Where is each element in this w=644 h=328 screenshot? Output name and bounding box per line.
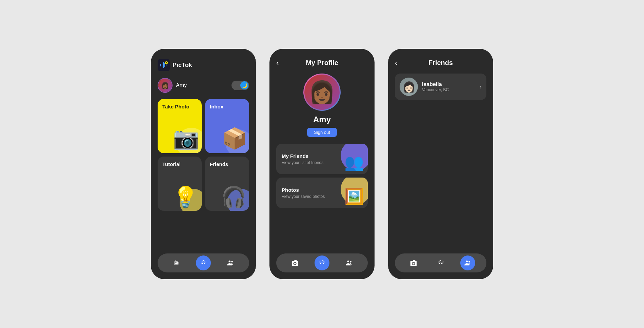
screen-title-3: Friends xyxy=(428,59,453,67)
svg-point-36 xyxy=(468,261,470,263)
svg-rect-4 xyxy=(164,63,165,67)
friends-list: 👩🏻 Isabella Vancouver, BC › xyxy=(395,74,486,103)
camera-nav-icon-1 xyxy=(173,259,180,267)
phone1-header: PicTok xyxy=(158,59,249,71)
photos-title: Photos xyxy=(282,187,325,193)
svg-rect-34 xyxy=(439,263,443,263)
nav-camera-btn-3[interactable] xyxy=(406,255,421,270)
home-nav-icon-2 xyxy=(318,259,326,267)
user-name: Amy xyxy=(176,82,228,88)
dark-mode-toggle[interactable] xyxy=(232,81,249,90)
headphones-icon: 🎧 xyxy=(221,185,246,209)
people-nav-icon-2 xyxy=(345,259,353,267)
nav-people-btn-3[interactable] xyxy=(460,255,475,270)
friends-icon-area: 🎧 xyxy=(215,173,249,211)
nav-home-btn-2[interactable] xyxy=(315,255,329,270)
camera-nav-icon-2 xyxy=(291,259,299,267)
profile-name: Amy xyxy=(313,115,331,124)
friend-avatar-emoji: 👩🏻 xyxy=(403,81,415,93)
svg-point-25 xyxy=(347,261,349,263)
profile-avatar-emoji: 👩🏾 xyxy=(308,80,336,105)
bottom-nav-2 xyxy=(276,253,368,272)
my-friends-subtitle: View your list of friends xyxy=(282,160,323,165)
svg-rect-14 xyxy=(201,263,206,263)
photos-card[interactable]: Photos View your saved photos 🖼️ xyxy=(276,178,368,208)
svg-rect-20 xyxy=(323,261,324,262)
user-row: 👩🏾 Amy xyxy=(158,78,249,93)
camera-nav-icon-3 xyxy=(410,259,417,267)
svg-rect-7 xyxy=(201,262,202,262)
avatar: 👩🏾 xyxy=(158,78,173,93)
svg-rect-29 xyxy=(440,260,441,261)
svg-rect-5 xyxy=(166,64,166,66)
phone3: ‹ Friends 👩🏻 Isabella Vancouver, BC › xyxy=(388,49,493,279)
inbox-card[interactable]: Inbox 📦 xyxy=(205,99,249,153)
svg-rect-2 xyxy=(162,63,162,67)
phone2-header: ‹ My Profile xyxy=(276,59,368,67)
nav-home-btn-1[interactable] xyxy=(196,255,211,270)
people-nav-icon-1 xyxy=(227,259,234,267)
phone1: PicTok 👩🏾 Amy Take Photo 📷 Inbox xyxy=(151,49,256,279)
my-friends-title: My Friends xyxy=(282,153,323,159)
svg-rect-11 xyxy=(205,262,206,262)
logo-area: PicTok xyxy=(158,59,192,71)
friend-item[interactable]: 👩🏻 Isabella Vancouver, BC › xyxy=(395,74,486,100)
tutorial-label: Tutorial xyxy=(162,161,197,167)
inbox-icon-area: 📦 xyxy=(215,116,249,153)
my-friends-card[interactable]: My Friends View your list of friends 👥 xyxy=(276,144,368,174)
photos-subtitle: View your saved photos xyxy=(282,194,325,199)
tutorial-card[interactable]: Tutorial 💡 xyxy=(158,157,202,211)
svg-point-35 xyxy=(466,261,468,263)
chevron-right-icon: › xyxy=(480,83,482,90)
profile-section: 👩🏾 Amy Sign out xyxy=(276,74,368,137)
friend-name: Isabella xyxy=(422,81,476,87)
svg-rect-8 xyxy=(202,261,203,262)
sign-out-button[interactable]: Sign out xyxy=(307,128,337,137)
svg-rect-10 xyxy=(204,261,205,262)
take-photo-card[interactable]: Take Photo 📷 xyxy=(158,99,202,153)
nav-camera-btn-2[interactable] xyxy=(287,255,302,270)
app-title: PicTok xyxy=(173,62,192,69)
svg-rect-19 xyxy=(322,260,323,261)
svg-point-16 xyxy=(231,261,233,263)
svg-rect-27 xyxy=(438,262,439,262)
camera-icon-area: 📷 xyxy=(168,116,202,153)
svg-rect-24 xyxy=(320,263,325,263)
svg-rect-18 xyxy=(320,261,321,262)
svg-rect-30 xyxy=(442,261,443,262)
profile-avatar: 👩🏾 xyxy=(304,75,340,110)
nav-people-btn-2[interactable] xyxy=(342,255,357,270)
nav-people-btn-1[interactable] xyxy=(223,255,238,270)
my-friends-text: My Friends View your list of friends xyxy=(282,153,323,165)
photos-text: Photos View your saved photos xyxy=(282,187,325,199)
box-icon: 📦 xyxy=(222,126,247,150)
svg-rect-3 xyxy=(163,62,164,68)
take-photo-label: Take Photo xyxy=(162,104,197,109)
bottom-nav-3 xyxy=(395,253,486,272)
nav-home-btn-3[interactable] xyxy=(433,255,448,270)
svg-rect-31 xyxy=(443,262,444,262)
home-nav-icon-1 xyxy=(200,259,207,267)
home-nav-icon-3 xyxy=(437,259,444,267)
svg-rect-17 xyxy=(319,262,320,262)
inbox-label: Inbox xyxy=(210,104,244,109)
friends-card[interactable]: Friends 🎧 xyxy=(205,157,249,211)
nav-camera-btn-1[interactable] xyxy=(169,255,184,270)
svg-point-15 xyxy=(229,261,231,263)
friend-location: Vancouver, BC xyxy=(422,87,476,92)
phone2: ‹ My Profile 👩🏾 Amy Sign out My Friends … xyxy=(269,49,375,279)
svg-rect-1 xyxy=(160,64,161,66)
svg-rect-21 xyxy=(324,262,325,262)
camera-icon: 📷 xyxy=(173,126,199,150)
profile-avatar-ring: 👩🏾 xyxy=(303,74,341,111)
avatar-image: 👩🏾 xyxy=(158,79,172,92)
back-button-3[interactable]: ‹ xyxy=(395,59,397,67)
bottom-nav-1 xyxy=(158,253,249,272)
back-button-2[interactable]: ‹ xyxy=(276,59,279,67)
svg-rect-28 xyxy=(439,261,440,262)
bulb-icon: 💡 xyxy=(173,185,198,209)
screen-title-2: My Profile xyxy=(306,59,338,67)
pictok-logo-icon xyxy=(158,59,170,71)
phone3-header: ‹ Friends xyxy=(395,59,486,67)
photos-menu-icon: 🖼️ xyxy=(344,187,364,205)
